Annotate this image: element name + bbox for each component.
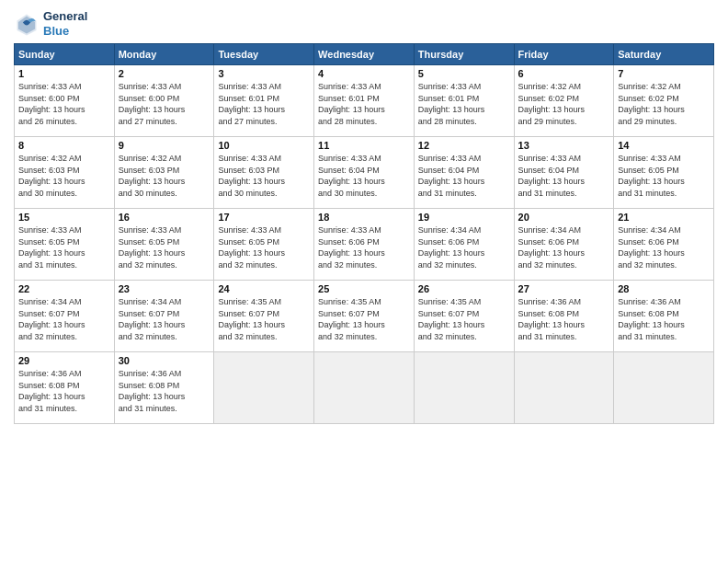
calendar-day-24: 24Sunrise: 4:35 AMSunset: 6:07 PMDayligh… xyxy=(214,281,314,352)
day-details: Sunrise: 4:33 AMSunset: 6:05 PMDaylight:… xyxy=(218,224,310,270)
day-details: Sunrise: 4:33 AMSunset: 6:00 PMDaylight:… xyxy=(119,81,210,127)
day-details: Sunrise: 4:35 AMSunset: 6:07 PMDaylight:… xyxy=(318,296,410,342)
logo-text: General Blue xyxy=(43,9,87,38)
calendar-day-8: 8Sunrise: 4:32 AMSunset: 6:03 PMDaylight… xyxy=(15,137,115,209)
calendar-day-13: 13Sunrise: 4:33 AMSunset: 6:04 PMDayligh… xyxy=(514,137,614,209)
calendar-day-7: 7Sunrise: 4:32 AMSunset: 6:02 PMDaylight… xyxy=(614,65,714,137)
day-header-tuesday: Tuesday xyxy=(214,44,314,65)
header: General Blue xyxy=(14,9,714,38)
day-number: 11 xyxy=(318,140,410,151)
day-number: 18 xyxy=(318,212,410,223)
logo: General Blue xyxy=(14,9,87,38)
day-details: Sunrise: 4:33 AMSunset: 6:06 PMDaylight:… xyxy=(318,224,410,270)
calendar-day-23: 23Sunrise: 4:34 AMSunset: 6:07 PMDayligh… xyxy=(114,281,214,352)
calendar-day-27: 27Sunrise: 4:36 AMSunset: 6:08 PMDayligh… xyxy=(514,281,614,352)
day-number: 3 xyxy=(218,68,310,79)
calendar-day-empty xyxy=(414,352,514,424)
day-details: Sunrise: 4:33 AMSunset: 6:04 PMDaylight:… xyxy=(318,153,410,199)
day-number: 30 xyxy=(119,355,210,366)
day-number: 27 xyxy=(518,283,610,294)
day-number: 2 xyxy=(119,68,210,79)
day-number: 24 xyxy=(218,283,310,294)
day-details: Sunrise: 4:36 AMSunset: 6:08 PMDaylight:… xyxy=(518,296,610,342)
day-details: Sunrise: 4:33 AMSunset: 6:01 PMDaylight:… xyxy=(318,81,410,127)
day-details: Sunrise: 4:33 AMSunset: 6:03 PMDaylight:… xyxy=(218,153,310,199)
calendar-day-empty xyxy=(614,352,714,424)
calendar-day-10: 10Sunrise: 4:33 AMSunset: 6:03 PMDayligh… xyxy=(214,137,314,209)
day-number: 4 xyxy=(318,68,410,79)
day-details: Sunrise: 4:34 AMSunset: 6:07 PMDaylight:… xyxy=(119,296,210,342)
calendar-day-26: 26Sunrise: 4:35 AMSunset: 6:07 PMDayligh… xyxy=(414,281,514,352)
day-details: Sunrise: 4:33 AMSunset: 6:00 PMDaylight:… xyxy=(18,81,110,127)
calendar-week-1: 1Sunrise: 4:33 AMSunset: 6:00 PMDaylight… xyxy=(15,65,714,137)
calendar-day-12: 12Sunrise: 4:33 AMSunset: 6:04 PMDayligh… xyxy=(414,137,514,209)
day-details: Sunrise: 4:36 AMSunset: 6:08 PMDaylight:… xyxy=(618,296,710,342)
calendar-day-empty xyxy=(314,352,415,424)
day-header-saturday: Saturday xyxy=(614,44,714,65)
day-number: 8 xyxy=(18,140,110,151)
day-details: Sunrise: 4:33 AMSunset: 6:05 PMDaylight:… xyxy=(618,153,710,199)
day-number: 23 xyxy=(119,283,210,294)
day-details: Sunrise: 4:34 AMSunset: 6:06 PMDaylight:… xyxy=(618,224,710,270)
calendar-week-5: 29Sunrise: 4:36 AMSunset: 6:08 PMDayligh… xyxy=(15,352,714,424)
day-details: Sunrise: 4:32 AMSunset: 6:02 PMDaylight:… xyxy=(518,81,610,127)
day-details: Sunrise: 4:33 AMSunset: 6:01 PMDaylight:… xyxy=(418,81,510,127)
day-details: Sunrise: 4:33 AMSunset: 6:04 PMDaylight:… xyxy=(418,153,510,199)
calendar-day-5: 5Sunrise: 4:33 AMSunset: 6:01 PMDaylight… xyxy=(414,65,514,137)
day-number: 16 xyxy=(119,212,210,223)
logo-icon xyxy=(14,11,40,37)
day-details: Sunrise: 4:34 AMSunset: 6:06 PMDaylight:… xyxy=(418,224,510,270)
day-number: 14 xyxy=(618,140,710,151)
day-number: 20 xyxy=(518,212,610,223)
calendar-week-4: 22Sunrise: 4:34 AMSunset: 6:07 PMDayligh… xyxy=(15,281,714,352)
day-number: 13 xyxy=(518,140,610,151)
day-header-thursday: Thursday xyxy=(414,44,514,65)
day-details: Sunrise: 4:34 AMSunset: 6:07 PMDaylight:… xyxy=(18,296,110,342)
calendar-day-25: 25Sunrise: 4:35 AMSunset: 6:07 PMDayligh… xyxy=(314,281,415,352)
day-header-friday: Friday xyxy=(514,44,614,65)
day-details: Sunrise: 4:32 AMSunset: 6:03 PMDaylight:… xyxy=(119,153,210,199)
day-number: 12 xyxy=(418,140,510,151)
calendar-day-6: 6Sunrise: 4:32 AMSunset: 6:02 PMDaylight… xyxy=(514,65,614,137)
day-number: 9 xyxy=(119,140,210,151)
day-number: 21 xyxy=(618,212,710,223)
day-details: Sunrise: 4:33 AMSunset: 6:04 PMDaylight:… xyxy=(518,153,610,199)
day-details: Sunrise: 4:33 AMSunset: 6:05 PMDaylight:… xyxy=(119,224,210,270)
day-number: 10 xyxy=(218,140,310,151)
calendar-day-17: 17Sunrise: 4:33 AMSunset: 6:05 PMDayligh… xyxy=(214,209,314,281)
day-details: Sunrise: 4:35 AMSunset: 6:07 PMDaylight:… xyxy=(218,296,310,342)
day-header-monday: Monday xyxy=(114,44,214,65)
calendar-table: SundayMondayTuesdayWednesdayThursdayFrid… xyxy=(14,43,714,424)
calendar-day-30: 30Sunrise: 4:36 AMSunset: 6:08 PMDayligh… xyxy=(114,352,214,424)
day-details: Sunrise: 4:34 AMSunset: 6:06 PMDaylight:… xyxy=(518,224,610,270)
day-details: Sunrise: 4:33 AMSunset: 6:05 PMDaylight:… xyxy=(18,224,110,270)
day-details: Sunrise: 4:33 AMSunset: 6:01 PMDaylight:… xyxy=(218,81,310,127)
calendar-day-20: 20Sunrise: 4:34 AMSunset: 6:06 PMDayligh… xyxy=(514,209,614,281)
day-number: 29 xyxy=(18,355,110,366)
calendar-day-11: 11Sunrise: 4:33 AMSunset: 6:04 PMDayligh… xyxy=(314,137,415,209)
calendar-week-2: 8Sunrise: 4:32 AMSunset: 6:03 PMDaylight… xyxy=(15,137,714,209)
calendar-day-28: 28Sunrise: 4:36 AMSunset: 6:08 PMDayligh… xyxy=(614,281,714,352)
calendar-day-3: 3Sunrise: 4:33 AMSunset: 6:01 PMDaylight… xyxy=(214,65,314,137)
day-number: 7 xyxy=(618,68,710,79)
day-number: 22 xyxy=(18,283,110,294)
calendar-day-18: 18Sunrise: 4:33 AMSunset: 6:06 PMDayligh… xyxy=(314,209,415,281)
calendar-day-22: 22Sunrise: 4:34 AMSunset: 6:07 PMDayligh… xyxy=(15,281,115,352)
day-number: 19 xyxy=(418,212,510,223)
day-details: Sunrise: 4:36 AMSunset: 6:08 PMDaylight:… xyxy=(119,368,210,414)
calendar-day-15: 15Sunrise: 4:33 AMSunset: 6:05 PMDayligh… xyxy=(15,209,115,281)
day-number: 5 xyxy=(418,68,510,79)
calendar-day-14: 14Sunrise: 4:33 AMSunset: 6:05 PMDayligh… xyxy=(614,137,714,209)
day-header-wednesday: Wednesday xyxy=(314,44,415,65)
calendar-day-21: 21Sunrise: 4:34 AMSunset: 6:06 PMDayligh… xyxy=(614,209,714,281)
day-header-sunday: Sunday xyxy=(15,44,115,65)
calendar-day-29: 29Sunrise: 4:36 AMSunset: 6:08 PMDayligh… xyxy=(15,352,115,424)
day-header-row: SundayMondayTuesdayWednesdayThursdayFrid… xyxy=(15,44,714,65)
calendar-day-1: 1Sunrise: 4:33 AMSunset: 6:00 PMDaylight… xyxy=(15,65,115,137)
day-details: Sunrise: 4:32 AMSunset: 6:03 PMDaylight:… xyxy=(18,153,110,199)
day-number: 15 xyxy=(18,212,110,223)
calendar-day-empty xyxy=(214,352,314,424)
calendar-day-9: 9Sunrise: 4:32 AMSunset: 6:03 PMDaylight… xyxy=(114,137,214,209)
calendar-day-19: 19Sunrise: 4:34 AMSunset: 6:06 PMDayligh… xyxy=(414,209,514,281)
day-details: Sunrise: 4:35 AMSunset: 6:07 PMDaylight:… xyxy=(418,296,510,342)
